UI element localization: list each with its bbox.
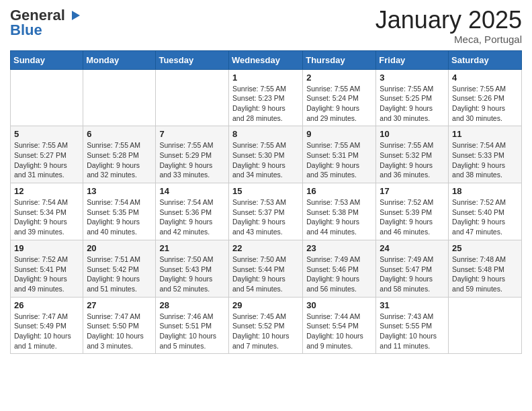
day-info: Sunrise: 7:55 AMSunset: 5:31 PMDaylight:… bbox=[306, 140, 372, 180]
day-info: Sunrise: 7:55 AMSunset: 5:28 PMDaylight:… bbox=[87, 140, 152, 180]
day-info: Sunrise: 7:55 AMSunset: 5:23 PMDaylight:… bbox=[232, 84, 299, 124]
calendar-week-row: 26Sunrise: 7:47 AMSunset: 5:49 PMDayligh… bbox=[11, 297, 522, 354]
calendar-cell: 28Sunrise: 7:46 AMSunset: 5:51 PMDayligh… bbox=[156, 297, 229, 354]
weekday-header-tuesday: Tuesday bbox=[156, 50, 229, 69]
day-info: Sunrise: 7:44 AMSunset: 5:54 PMDaylight:… bbox=[306, 312, 372, 351]
logo-icon bbox=[66, 8, 81, 23]
calendar-cell: 27Sunrise: 7:47 AMSunset: 5:50 PMDayligh… bbox=[83, 297, 156, 354]
day-number: 16 bbox=[306, 186, 372, 196]
month-title: January 2025 bbox=[375, 7, 522, 34]
calendar-cell: 29Sunrise: 7:45 AMSunset: 5:52 PMDayligh… bbox=[228, 297, 302, 354]
day-number: 17 bbox=[380, 186, 445, 196]
day-number: 24 bbox=[380, 243, 445, 253]
calendar-week-row: 12Sunrise: 7:54 AMSunset: 5:34 PMDayligh… bbox=[11, 183, 522, 240]
day-number: 23 bbox=[306, 243, 372, 253]
calendar-cell: 23Sunrise: 7:49 AMSunset: 5:46 PMDayligh… bbox=[303, 240, 376, 297]
page: General Blue January 2025 Meca, Portugal… bbox=[0, 0, 532, 411]
weekday-header-wednesday: Wednesday bbox=[228, 50, 302, 69]
day-info: Sunrise: 7:55 AMSunset: 5:27 PMDaylight:… bbox=[14, 140, 79, 180]
calendar: SundayMondayTuesdayWednesdayThursdayFrid… bbox=[10, 50, 522, 355]
calendar-cell: 16Sunrise: 7:53 AMSunset: 5:38 PMDayligh… bbox=[303, 183, 376, 240]
day-info: Sunrise: 7:55 AMSunset: 5:24 PMDaylight:… bbox=[306, 84, 372, 124]
day-number: 2 bbox=[306, 73, 372, 83]
calendar-cell: 11Sunrise: 7:54 AMSunset: 5:33 PMDayligh… bbox=[449, 126, 522, 183]
calendar-cell: 24Sunrise: 7:49 AMSunset: 5:47 PMDayligh… bbox=[376, 240, 449, 297]
day-info: Sunrise: 7:54 AMSunset: 5:33 PMDaylight:… bbox=[452, 140, 518, 180]
day-number: 4 bbox=[452, 73, 518, 83]
day-info: Sunrise: 7:51 AMSunset: 5:42 PMDaylight:… bbox=[87, 255, 152, 294]
day-number: 26 bbox=[14, 300, 79, 310]
day-number: 6 bbox=[87, 129, 152, 139]
calendar-cell: 1Sunrise: 7:55 AMSunset: 5:23 PMDaylight… bbox=[228, 69, 302, 126]
day-number: 9 bbox=[306, 129, 372, 139]
day-number: 13 bbox=[87, 186, 152, 196]
day-number: 5 bbox=[14, 129, 79, 139]
header: General Blue January 2025 Meca, Portugal bbox=[10, 7, 522, 45]
calendar-cell: 18Sunrise: 7:52 AMSunset: 5:40 PMDayligh… bbox=[449, 183, 522, 240]
calendar-cell: 4Sunrise: 7:55 AMSunset: 5:26 PMDaylight… bbox=[449, 69, 522, 126]
day-number: 14 bbox=[159, 186, 225, 196]
logo: General Blue bbox=[10, 7, 81, 39]
calendar-cell: 2Sunrise: 7:55 AMSunset: 5:24 PMDaylight… bbox=[303, 69, 376, 126]
day-info: Sunrise: 7:55 AMSunset: 5:26 PMDaylight:… bbox=[452, 84, 518, 124]
calendar-cell: 19Sunrise: 7:52 AMSunset: 5:41 PMDayligh… bbox=[11, 240, 83, 297]
day-number: 28 bbox=[159, 300, 225, 310]
calendar-cell: 10Sunrise: 7:55 AMSunset: 5:32 PMDayligh… bbox=[376, 126, 449, 183]
day-info: Sunrise: 7:54 AMSunset: 5:36 PMDaylight:… bbox=[159, 197, 225, 237]
calendar-week-row: 19Sunrise: 7:52 AMSunset: 5:41 PMDayligh… bbox=[11, 240, 522, 297]
day-info: Sunrise: 7:55 AMSunset: 5:30 PMDaylight:… bbox=[232, 140, 299, 180]
calendar-cell: 13Sunrise: 7:54 AMSunset: 5:35 PMDayligh… bbox=[83, 183, 156, 240]
weekday-header-monday: Monday bbox=[83, 50, 156, 69]
day-info: Sunrise: 7:52 AMSunset: 5:41 PMDaylight:… bbox=[14, 255, 79, 294]
calendar-cell: 6Sunrise: 7:55 AMSunset: 5:28 PMDaylight… bbox=[83, 126, 156, 183]
weekday-header-sunday: Sunday bbox=[11, 50, 83, 69]
day-number: 21 bbox=[159, 243, 225, 253]
location: Meca, Portugal bbox=[375, 34, 522, 45]
calendar-cell bbox=[83, 69, 156, 126]
day-info: Sunrise: 7:55 AMSunset: 5:29 PMDaylight:… bbox=[159, 140, 225, 180]
day-number: 19 bbox=[14, 243, 79, 253]
day-info: Sunrise: 7:52 AMSunset: 5:39 PMDaylight:… bbox=[380, 197, 445, 237]
day-info: Sunrise: 7:53 AMSunset: 5:38 PMDaylight:… bbox=[306, 197, 372, 237]
calendar-cell: 30Sunrise: 7:44 AMSunset: 5:54 PMDayligh… bbox=[303, 297, 376, 354]
calendar-cell: 25Sunrise: 7:48 AMSunset: 5:48 PMDayligh… bbox=[449, 240, 522, 297]
calendar-week-row: 1Sunrise: 7:55 AMSunset: 5:23 PMDaylight… bbox=[11, 69, 522, 126]
calendar-cell bbox=[156, 69, 229, 126]
calendar-cell: 3Sunrise: 7:55 AMSunset: 5:25 PMDaylight… bbox=[376, 69, 449, 126]
day-number: 3 bbox=[380, 73, 445, 83]
calendar-cell: 20Sunrise: 7:51 AMSunset: 5:42 PMDayligh… bbox=[83, 240, 156, 297]
calendar-cell: 5Sunrise: 7:55 AMSunset: 5:27 PMDaylight… bbox=[11, 126, 83, 183]
day-number: 27 bbox=[87, 300, 152, 310]
day-info: Sunrise: 7:49 AMSunset: 5:46 PMDaylight:… bbox=[306, 255, 372, 294]
day-info: Sunrise: 7:47 AMSunset: 5:49 PMDaylight:… bbox=[14, 312, 79, 351]
logo-blue-text: Blue bbox=[10, 21, 42, 39]
day-number: 25 bbox=[452, 243, 518, 253]
svg-marker-0 bbox=[72, 11, 80, 20]
day-number: 10 bbox=[380, 129, 445, 139]
weekday-header-row: SundayMondayTuesdayWednesdayThursdayFrid… bbox=[11, 50, 522, 69]
day-info: Sunrise: 7:53 AMSunset: 5:37 PMDaylight:… bbox=[232, 197, 299, 237]
calendar-cell: 7Sunrise: 7:55 AMSunset: 5:29 PMDaylight… bbox=[156, 126, 229, 183]
day-info: Sunrise: 7:54 AMSunset: 5:34 PMDaylight:… bbox=[14, 197, 79, 237]
calendar-cell: 12Sunrise: 7:54 AMSunset: 5:34 PMDayligh… bbox=[11, 183, 83, 240]
calendar-cell bbox=[449, 297, 522, 354]
day-info: Sunrise: 7:55 AMSunset: 5:25 PMDaylight:… bbox=[380, 84, 445, 124]
calendar-cell: 17Sunrise: 7:52 AMSunset: 5:39 PMDayligh… bbox=[376, 183, 449, 240]
calendar-cell: 22Sunrise: 7:50 AMSunset: 5:44 PMDayligh… bbox=[228, 240, 302, 297]
weekday-header-thursday: Thursday bbox=[303, 50, 376, 69]
calendar-cell: 15Sunrise: 7:53 AMSunset: 5:37 PMDayligh… bbox=[228, 183, 302, 240]
day-info: Sunrise: 7:49 AMSunset: 5:47 PMDaylight:… bbox=[380, 255, 445, 294]
day-number: 30 bbox=[306, 300, 372, 310]
calendar-cell bbox=[11, 69, 83, 126]
day-number: 12 bbox=[14, 186, 79, 196]
day-number: 22 bbox=[232, 243, 299, 253]
day-info: Sunrise: 7:43 AMSunset: 5:55 PMDaylight:… bbox=[380, 312, 445, 351]
calendar-cell: 21Sunrise: 7:50 AMSunset: 5:43 PMDayligh… bbox=[156, 240, 229, 297]
calendar-week-row: 5Sunrise: 7:55 AMSunset: 5:27 PMDaylight… bbox=[11, 126, 522, 183]
day-number: 18 bbox=[452, 186, 518, 196]
calendar-cell: 31Sunrise: 7:43 AMSunset: 5:55 PMDayligh… bbox=[376, 297, 449, 354]
calendar-cell: 8Sunrise: 7:55 AMSunset: 5:30 PMDaylight… bbox=[228, 126, 302, 183]
day-number: 31 bbox=[380, 300, 445, 310]
day-info: Sunrise: 7:55 AMSunset: 5:32 PMDaylight:… bbox=[380, 140, 445, 180]
calendar-cell: 9Sunrise: 7:55 AMSunset: 5:31 PMDaylight… bbox=[303, 126, 376, 183]
